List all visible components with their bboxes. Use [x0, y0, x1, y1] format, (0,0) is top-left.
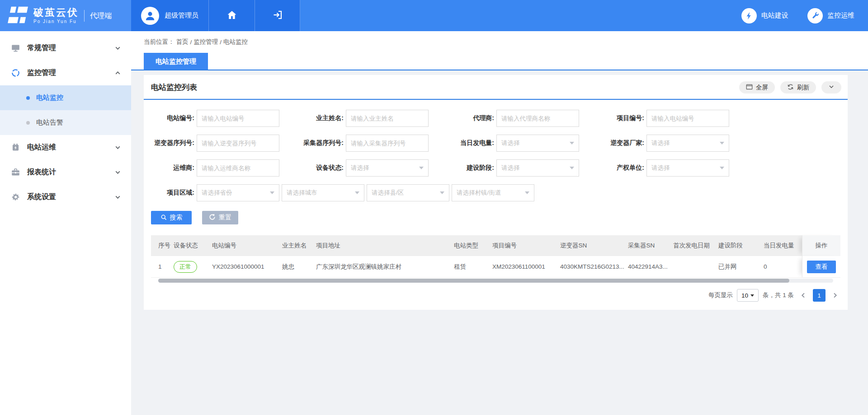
chevron-down-icon — [114, 169, 121, 176]
field-label: 项目区域: — [151, 189, 194, 197]
scrollbar-thumb[interactable] — [158, 279, 789, 283]
inverter-sn-input[interactable] — [197, 135, 279, 152]
station-no-input[interactable] — [197, 110, 279, 127]
next-page-button[interactable] — [830, 292, 840, 298]
breadcrumb-station-monitor[interactable]: 电站监控 — [223, 38, 248, 46]
panel-header: 电站监控列表 全屏 — [144, 75, 848, 100]
refresh-icon — [787, 84, 794, 92]
page-size-select[interactable]: 10 — [737, 289, 759, 302]
user-name: 超级管理员 — [165, 11, 198, 20]
network-swirl-icon — [10, 68, 21, 78]
field-label: 代理商: — [452, 114, 494, 122]
logout-button[interactable] — [255, 0, 300, 31]
sidebar-item-label: 系统设置 — [27, 192, 56, 202]
page-size-label: 每页显示 — [708, 291, 733, 299]
county-select[interactable]: 请选择县/区 — [367, 184, 449, 201]
chevron-down-icon — [114, 194, 121, 201]
sidebar-item-regular-mgmt[interactable]: 常规管理 — [0, 36, 131, 61]
inverter-vendor-select[interactable]: 请选择 — [646, 135, 729, 152]
chevron-down-icon — [525, 191, 529, 194]
province-select[interactable]: 请选择省份 — [197, 184, 279, 201]
breadcrumb-monitor-mgmt[interactable]: 监控管理 — [193, 38, 218, 46]
device-status-select[interactable]: 请选择 — [346, 159, 429, 177]
cell-collector-sn: 40422914A3... — [623, 263, 669, 270]
sidebar-item-station-monitor[interactable]: 电站监控 — [0, 85, 131, 110]
town-select[interactable]: 请选择村镇/街道 — [452, 184, 534, 201]
chevron-down-icon — [114, 144, 121, 151]
collapse-button[interactable] — [821, 81, 841, 93]
view-button[interactable]: 查看 — [807, 261, 836, 273]
refresh-button[interactable]: 刷新 — [780, 81, 816, 93]
home-button[interactable] — [209, 0, 255, 31]
user-menu[interactable]: 超级管理员 — [131, 0, 209, 31]
field-label: 逆变器厂家: — [604, 139, 644, 147]
chevron-down-icon — [720, 142, 724, 145]
search-button[interactable]: 搜索 — [151, 211, 192, 224]
breadcrumb-home[interactable]: 首页 — [176, 38, 189, 46]
reset-label: 重置 — [219, 214, 231, 222]
ops-provider-input[interactable] — [197, 159, 279, 177]
cell-project-no: XM2023061100001 — [488, 263, 556, 270]
project-no-input[interactable] — [646, 110, 729, 127]
city-select[interactable]: 请选择城市 — [282, 184, 364, 201]
logo: 破茧云伏 Po Jian Yun Fu 代理端 — [0, 0, 131, 31]
col-build-stage: 建设阶段 — [714, 242, 759, 250]
topbar: 破茧云伏 Po Jian Yun Fu 代理端 超级管理员 — [0, 0, 868, 31]
col-first-power-date: 首次发电日期 — [669, 242, 714, 250]
logout-icon — [272, 9, 283, 22]
sidebar-item-settings[interactable]: 系统设置 — [0, 185, 131, 210]
property-unit-select[interactable]: 请选择 — [646, 159, 729, 177]
filter-actions: 搜索 重置 — [144, 209, 848, 224]
field-label: 业主姓名: — [281, 114, 344, 122]
horizontal-scrollbar — [158, 279, 833, 283]
chevron-down-icon — [419, 167, 424, 169]
refresh-label: 刷新 — [797, 84, 809, 92]
topbar-actions: 电站建设 监控运维 — [741, 0, 868, 31]
tab-station-monitor-mgmt[interactable]: 电站监控管理 — [144, 53, 208, 70]
filter-area: 电站编号: 业主姓名: 代理商: 项目编号: — [144, 100, 848, 201]
sidebar-item-label: 监控管理 — [27, 68, 56, 78]
prev-page-button[interactable] — [798, 292, 809, 298]
owner-name-input[interactable] — [346, 110, 429, 127]
col-project-no: 项目编号 — [488, 242, 556, 250]
submenu-monitor-mgmt: 电站监控 电站告警 — [0, 85, 131, 135]
station-table: 序号 设备状态 电站编号 业主姓名 项目地址 电站类型 项目编号 逆变器SN 采… — [151, 235, 840, 283]
cell-type: 租赁 — [449, 263, 488, 271]
home-icon — [226, 9, 237, 22]
col-type: 电站类型 — [449, 242, 488, 250]
breadcrumb-separator: / — [190, 39, 192, 46]
col-daily-energy: 当日发电量 — [759, 242, 802, 250]
agent-input[interactable] — [496, 110, 579, 127]
table-row: 1 正常 YX2023061000001 姚忠 广东深圳龙华区观澜镇姚家庄村 租… — [151, 256, 840, 278]
monitor-ops-button[interactable]: 监控运维 — [807, 8, 854, 23]
chevron-down-icon — [570, 142, 574, 145]
station-build-label: 电站建设 — [761, 11, 788, 20]
col-index: 序号 — [151, 242, 169, 250]
build-stage-select[interactable]: 请选择 — [496, 159, 579, 177]
sidebar-item-reports[interactable]: 报表统计 — [0, 160, 131, 185]
avatar — [141, 7, 159, 25]
sidebar: 常规管理 监控管理 电站监控 电站告警 — [0, 31, 131, 415]
chevron-down-icon — [440, 191, 444, 194]
reset-button[interactable]: 重置 — [202, 211, 238, 224]
page-number-current[interactable]: 1 — [813, 289, 826, 302]
cell-address: 广东深圳龙华区观澜镇姚家庄村 — [311, 263, 449, 271]
total-label: 条，共 1 条 — [763, 291, 794, 299]
sidebar-item-station-alarm[interactable]: 电站告警 — [0, 110, 131, 135]
collector-sn-input[interactable] — [346, 135, 429, 152]
sidebar-item-station-ops[interactable]: 电站运维 — [0, 135, 131, 160]
sidebar-item-monitor-mgmt[interactable]: 监控管理 — [0, 61, 131, 85]
chevron-down-icon — [270, 191, 274, 194]
search-label: 搜索 — [170, 214, 183, 222]
daily-energy-select[interactable]: 请选择 — [496, 135, 579, 152]
submenu-item-label: 电站告警 — [36, 118, 63, 127]
user-strip: 超级管理员 — [131, 0, 300, 31]
station-build-button[interactable]: 电站建设 — [741, 8, 788, 23]
fullscreen-button[interactable]: 全屏 — [739, 81, 775, 93]
sidebar-item-label: 常规管理 — [27, 43, 56, 53]
cell-inverter-sn: 4030KMTS216G0213... — [556, 263, 623, 270]
logo-subtitle: Po Jian Yun Fu — [33, 19, 79, 24]
cell-station-no: YX2023061000001 — [208, 263, 278, 270]
field-label: 产权单位: — [604, 164, 644, 172]
fullscreen-label: 全屏 — [756, 84, 768, 92]
